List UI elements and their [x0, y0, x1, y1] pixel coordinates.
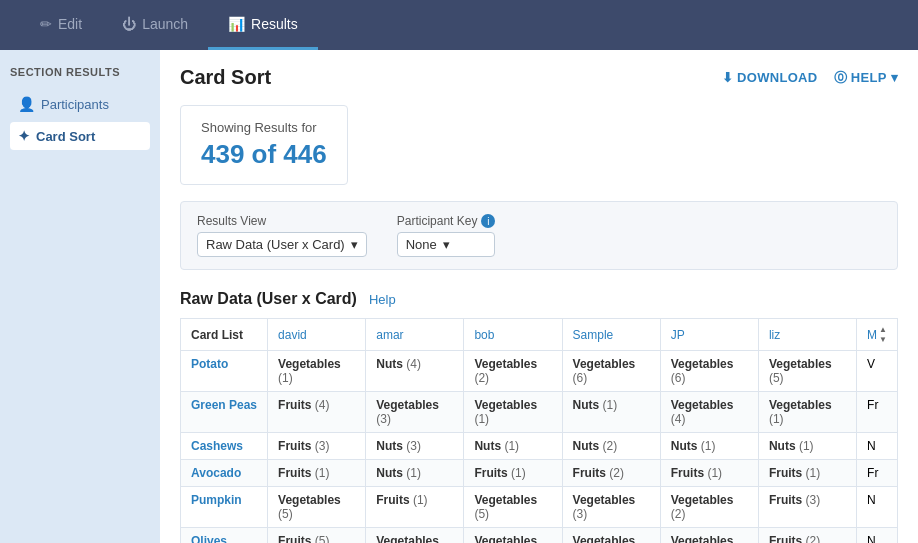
cell-m: V — [857, 351, 898, 392]
cell-m: Fr — [857, 460, 898, 487]
controls-row: Results View Raw Data (User x Card) ▾ Pa… — [180, 201, 898, 270]
cell-david: Fruits (3) — [268, 433, 366, 460]
cell-amar: Fruits (1) — [366, 487, 464, 528]
results-count: 439 of 446 — [201, 139, 327, 170]
cell-card: Pumpkin — [181, 487, 268, 528]
cell-sample: Nuts (1) — [562, 392, 660, 433]
cell-bob: Fruits (1) — [464, 460, 562, 487]
col-m: M ▲ ▼ — [857, 319, 898, 351]
table-row: Potato Vegetables (1) Nuts (4) Vegetable… — [181, 351, 898, 392]
cell-jp: Fruits (1) — [660, 460, 758, 487]
cell-sample: Nuts (2) — [562, 433, 660, 460]
edit-icon: ✏ — [40, 16, 52, 32]
chevron-down-icon: ▾ — [891, 70, 898, 85]
table-row: Cashews Fruits (3) Nuts (3) Nuts (1) Nut… — [181, 433, 898, 460]
table-header-row: Raw Data (User x Card) Help — [180, 290, 898, 308]
participants-icon: 👤 — [18, 96, 35, 112]
results-label: Showing Results for — [201, 120, 327, 135]
cell-amar: Vegetables (3) — [366, 392, 464, 433]
participant-key-label-row: Participant Key i — [397, 214, 496, 228]
col-amar: amar — [366, 319, 464, 351]
help-label: HELP — [851, 70, 887, 85]
download-label: DOWNLOAD — [737, 70, 817, 85]
cell-sample: Vegetables (3) — [562, 487, 660, 528]
sidebar-item-participants[interactable]: 👤 Participants — [10, 90, 150, 118]
cell-jp: Vegetables (7) — [660, 528, 758, 544]
cell-david: Vegetables (5) — [268, 487, 366, 528]
results-icon: 📊 — [228, 16, 245, 32]
cell-jp: Vegetables (2) — [660, 487, 758, 528]
table-help-link[interactable]: Help — [369, 292, 396, 307]
col-david: david — [268, 319, 366, 351]
cell-liz: Fruits (3) — [758, 487, 856, 528]
col-jp: JP — [660, 319, 758, 351]
cell-liz: Vegetables (5) — [758, 351, 856, 392]
download-icon: ⬇ — [722, 70, 733, 85]
data-table: Card List david amar bob Sample JP liz M… — [180, 318, 898, 543]
header-actions: ⬇ DOWNLOAD ⓪ HELP ▾ — [722, 69, 898, 87]
cell-amar: Vegetables (2) — [366, 528, 464, 544]
participant-key-select[interactable]: None ▾ — [397, 232, 496, 257]
page-title: Card Sort — [180, 66, 271, 89]
cell-jp: Nuts (1) — [660, 433, 758, 460]
scroll-down-arrow[interactable]: ▼ — [879, 335, 887, 344]
scroll-up-arrow[interactable]: ▲ — [879, 325, 887, 334]
cell-david: Vegetables (1) — [268, 351, 366, 392]
cell-sample: Fruits (2) — [562, 460, 660, 487]
table-title: Raw Data (User x Card) — [180, 290, 357, 308]
cell-bob: Vegetables (6) — [464, 528, 562, 544]
col-bob: bob — [464, 319, 562, 351]
cell-card: Potato — [181, 351, 268, 392]
nav-edit-label: Edit — [58, 16, 82, 32]
participant-key-label: Participant Key — [397, 214, 478, 228]
participant-key-chevron: ▾ — [443, 237, 450, 252]
nav-launch-label: Launch — [142, 16, 188, 32]
table-header: Card List david amar bob Sample JP liz M… — [181, 319, 898, 351]
sidebar-section-title: SECTION RESULTS — [10, 66, 150, 78]
results-view-group: Results View Raw Data (User x Card) ▾ — [197, 214, 367, 257]
sidebar-participants-label: Participants — [41, 97, 109, 112]
cell-jp: Vegetables (6) — [660, 351, 758, 392]
participant-key-value: None — [406, 237, 437, 252]
info-icon[interactable]: i — [481, 214, 495, 228]
sidebar-item-card-sort[interactable]: ✦ Card Sort — [10, 122, 150, 150]
results-view-label: Results View — [197, 214, 367, 228]
content-header: Card Sort ⬇ DOWNLOAD ⓪ HELP ▾ — [180, 66, 898, 89]
table-row: Green Peas Fruits (4) Vegetables (3) Veg… — [181, 392, 898, 433]
cell-jp: Vegetables (4) — [660, 392, 758, 433]
table-row: Olives Fruits (5) Vegetables (2) Vegetab… — [181, 528, 898, 544]
cell-liz: Fruits (1) — [758, 460, 856, 487]
cell-sample: Vegetables (1) — [562, 528, 660, 544]
col-card-list: Card List — [181, 319, 268, 351]
cell-m: Fr — [857, 392, 898, 433]
results-banner: Showing Results for 439 of 446 — [180, 105, 348, 185]
cell-card: Cashews — [181, 433, 268, 460]
help-circle-icon: ⓪ — [834, 69, 847, 87]
results-view-select[interactable]: Raw Data (User x Card) ▾ — [197, 232, 367, 257]
cell-card: Avocado — [181, 460, 268, 487]
launch-icon: ⏻ — [122, 16, 136, 32]
cell-liz: Vegetables (1) — [758, 392, 856, 433]
cell-m: N — [857, 528, 898, 544]
cell-bob: Vegetables (1) — [464, 392, 562, 433]
download-button[interactable]: ⬇ DOWNLOAD — [722, 70, 818, 85]
scroll-arrows[interactable]: ▲ ▼ — [879, 325, 887, 344]
cell-amar: Nuts (4) — [366, 351, 464, 392]
content-area: Card Sort ⬇ DOWNLOAD ⓪ HELP ▾ Showing Re… — [160, 50, 918, 543]
nav-edit[interactable]: ✏ Edit — [20, 0, 102, 50]
cell-bob: Nuts (1) — [464, 433, 562, 460]
cell-card: Green Peas — [181, 392, 268, 433]
nav-launch[interactable]: ⏻ Launch — [102, 0, 208, 50]
participant-key-group: Participant Key i None ▾ — [397, 214, 496, 257]
cell-card: Olives — [181, 528, 268, 544]
cell-david: Fruits (5) — [268, 528, 366, 544]
help-button[interactable]: ⓪ HELP ▾ — [834, 69, 899, 87]
table-section: Raw Data (User x Card) Help Card List da… — [180, 290, 898, 543]
cell-m: N — [857, 433, 898, 460]
nav-results[interactable]: 📊 Results — [208, 0, 318, 50]
main-layout: SECTION RESULTS 👤 Participants ✦ Card So… — [0, 50, 918, 543]
card-sort-icon: ✦ — [18, 128, 30, 144]
nav-results-label: Results — [251, 16, 298, 32]
top-navigation: ✏ Edit ⏻ Launch 📊 Results — [0, 0, 918, 50]
col-sample: Sample — [562, 319, 660, 351]
